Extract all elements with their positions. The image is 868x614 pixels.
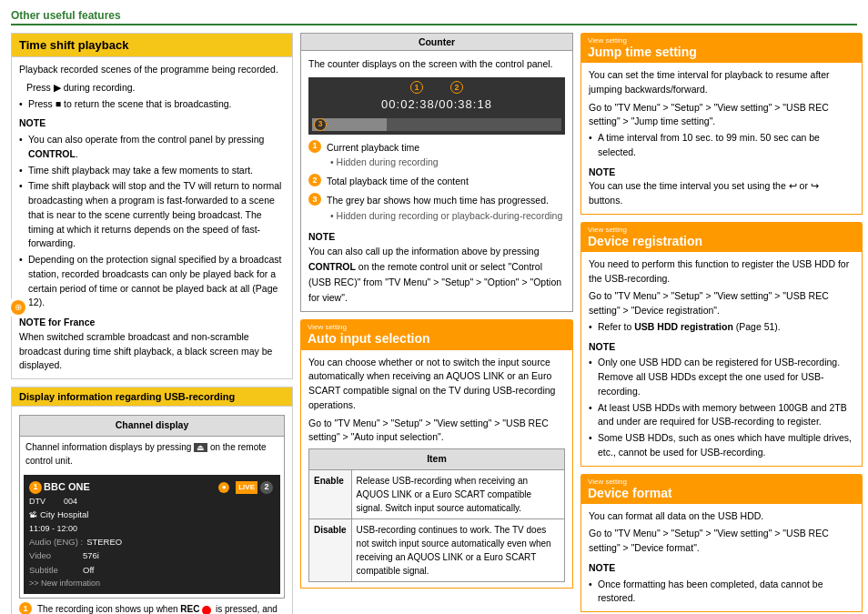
counter-items: 1 Current playback time • Hidden during …	[308, 140, 565, 224]
counter-circ-1: 1	[410, 81, 423, 94]
audio-row: Audio (ENG) : STEREO	[29, 536, 275, 549]
jump-time-goto: Go to "TV Menu" > "Setup" > "View settin…	[589, 101, 854, 130]
auto-input-content: You can choose whether or not to switch …	[300, 349, 573, 589]
jump-time-body: You can set the time interval for playba…	[580, 63, 863, 215]
note-1: You can also operate from the control pa…	[19, 133, 285, 162]
display-info-content: Channel display Channel information disp…	[11, 407, 293, 614]
counter-item-circle-3: 3	[308, 193, 321, 206]
press-text: during recording.	[64, 82, 136, 93]
circle-2: 2	[260, 481, 273, 494]
time-shift-header: Time shift playback	[11, 33, 293, 57]
channel-program: 📽 City Hospital	[29, 508, 275, 521]
auto-input-table-header: Item	[309, 449, 565, 470]
channel-display-text: Channel information displays by pressing…	[20, 437, 284, 472]
auto-input-table: Item Enable Release USB-recording when r…	[308, 448, 565, 582]
counter-item-3: 3 The grey bar shows how much time has p…	[308, 193, 565, 224]
note-france-text: When switched scramble broadcast and non…	[19, 330, 285, 373]
video-row: Video 576i	[29, 549, 275, 562]
counter-item-2: 2 Total playback time of the content	[308, 174, 565, 189]
channel-display-wrap: Channel display Channel information disp…	[19, 415, 285, 599]
video-val: 576i	[83, 549, 99, 562]
video-label: Video	[29, 549, 79, 562]
counter-item-2-label: Total playback time of the content	[327, 174, 469, 189]
jump-time-labels: View setting Jump time setting	[588, 36, 697, 59]
counter-circ-2: 2	[450, 81, 463, 94]
press-bullet: Press ■ to return the scene that is broa…	[19, 97, 285, 112]
circle-1: 1	[29, 481, 42, 494]
counter-item-1-label: Current playback time	[327, 140, 439, 156]
note-label: NOTE	[19, 116, 285, 131]
progress-bar: 3	[312, 118, 561, 131]
device-reg-goto: Go to "TV Menu" > "Setup" > "View settin…	[589, 289, 854, 318]
subtitle-label: Subtitle	[29, 564, 79, 577]
device-format-labels: View setting Device format	[588, 478, 672, 500]
note-france-label: NOTE for France	[19, 316, 285, 330]
left-column: Time shift playback Playback recorded sc…	[11, 33, 293, 614]
jump-time-intro: You can set the time interval for playba…	[589, 68, 854, 97]
counter-time: 00:02:38/00:38:18	[312, 96, 561, 115]
note-3: Time shift playback will stop and the TV…	[19, 179, 285, 251]
device-format-icon-inner: ⊕	[11, 300, 25, 315]
display-info-section: Display information regarding USB-record…	[11, 387, 293, 614]
middle-column: Counter The counter displays on the scre…	[300, 33, 573, 614]
counter-item-3-text: The grey bar shows how much time has pro…	[327, 193, 562, 224]
intro-text: Playback recorded scenes of the programm…	[19, 63, 285, 77]
auto-input-goto: Go to "TV Menu" > "Setup" > "View settin…	[308, 417, 565, 446]
jump-time-note-label: NOTE	[589, 166, 854, 180]
press-label: Press ▶	[26, 82, 64, 93]
auto-input-intro: You can choose whether or not to switch …	[308, 356, 565, 413]
press-bullet2: to return the scene that is broadcasting…	[64, 98, 231, 109]
counter-item-circle-1: 1	[308, 140, 321, 153]
auto-input-header-wrap: ⊕ View setting Auto input selection	[300, 319, 573, 349]
subtitle-val: Off	[83, 564, 95, 577]
right-column: ⊕ View setting Jump time setting You can…	[580, 33, 863, 614]
table-disable-name: Disable	[309, 518, 352, 581]
auto-input-header: Auto input selection	[308, 331, 430, 346]
counter-text: The counter displays on the screen with …	[308, 56, 565, 72]
counter-content: The counter displays on the screen with …	[301, 51, 572, 311]
device-reg-note-label: NOTE	[589, 340, 854, 355]
note-2: Time shift playback may take a few momen…	[19, 164, 285, 178]
device-format-note-label: NOTE	[589, 561, 854, 576]
device-format-block: ⊕ View setting Device format You can for…	[580, 474, 863, 613]
device-format-header: Device format	[588, 486, 672, 500]
table-enable-name: Enable	[309, 469, 352, 518]
device-reg-view-setting-label: View setting	[588, 226, 702, 234]
device-reg-header: Device registration	[588, 234, 702, 248]
device-reg-labels: View setting Device registration	[588, 226, 702, 248]
rec-note-1-text: The recording icon shows up when REC is …	[37, 602, 285, 614]
counter-item-3-label: The grey bar shows how much time has pro…	[327, 193, 562, 208]
page: Other useful features Time shift playbac…	[0, 0, 868, 614]
device-format-intro: You can format all data on the USB HDD.	[589, 509, 854, 524]
program-name: City Hospital	[40, 508, 88, 521]
device-reg-note-2: At least USB HDDs with memory between 10…	[589, 401, 854, 430]
channel-name-row: 1 BBC ONE ● LIVE 2	[29, 479, 275, 495]
auto-input-block: ⊕ View setting Auto input selection You …	[300, 319, 573, 589]
device-format-note: Once formatting has been completed, data…	[589, 578, 854, 607]
counter-title: Counter	[301, 34, 572, 51]
jump-time-block: ⊕ View setting Jump time setting You can…	[580, 33, 863, 215]
counter-wrap: Counter The counter displays on the scre…	[300, 33, 573, 312]
device-format-body: You can format all data on the USB HDD. …	[580, 504, 863, 613]
live-badge: LIVE	[236, 481, 257, 494]
counter-item-1-text: Current playback time • Hidden during re…	[327, 140, 439, 171]
channel-display-title: Channel display	[20, 416, 284, 437]
jump-time-header-wrap: ⊕ View setting Jump time setting	[580, 33, 863, 63]
table-row-enable: Enable Release USB-recording when receiv…	[309, 469, 565, 518]
device-reg-body: You need to perform this function to reg…	[580, 252, 863, 467]
counter-item-circle-2: 2	[308, 174, 321, 186]
counter-note-label: NOTE	[308, 229, 565, 245]
progress-circ-3: 3	[314, 118, 327, 131]
counter-nums: 1 2	[312, 81, 561, 94]
device-reg-bullet2: Refer to USB HDD registration (Page 51).	[589, 320, 854, 335]
channel-type-row: DTV 004	[29, 496, 275, 508]
jump-time-note: You can use the time interval you set us…	[589, 179, 854, 208]
audio-val: STEREO	[86, 536, 122, 549]
device-format-icon: ⊕	[7, 297, 29, 318]
counter-item-3-sub: • Hidden during recording or playback-du…	[327, 208, 562, 224]
device-reg-header-wrap: ⊕ View setting Device registration	[580, 222, 863, 252]
program-time: 11:09 - 12:00	[29, 523, 275, 536]
table-enable-desc: Release USB-recording when receiving an …	[351, 469, 564, 518]
channel-num: 004	[64, 496, 77, 508]
time-shift-content: Playback recorded scenes of the programm…	[11, 57, 293, 379]
